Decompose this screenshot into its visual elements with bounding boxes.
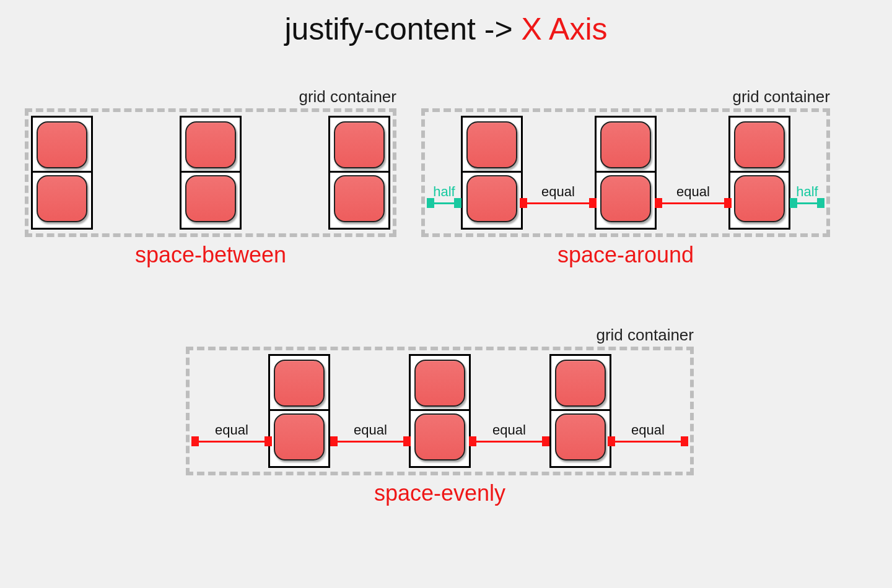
grid-column — [328, 116, 390, 230]
column-divider — [551, 409, 610, 411]
diagram-canvas: justify-content -> X Axis grid container… — [0, 0, 892, 588]
grid-cell — [555, 413, 606, 460]
grid-cell — [466, 121, 517, 168]
grid-container-evenly — [186, 347, 694, 475]
grid-cell — [734, 121, 785, 168]
container-label: grid container — [596, 326, 694, 345]
grid-cell — [185, 175, 236, 222]
panel-space-evenly: grid container equal — [186, 347, 694, 475]
grid-cell — [734, 175, 785, 222]
caption-space-between: space-between — [25, 242, 396, 268]
grid-column — [549, 354, 611, 468]
title-prefix: justify-content -> — [284, 12, 521, 46]
grid-column — [180, 116, 242, 230]
grid-cell — [414, 413, 465, 460]
grid-column — [461, 116, 523, 230]
column-divider — [597, 171, 655, 173]
column-divider — [411, 409, 469, 411]
container-label: grid container — [299, 87, 396, 106]
diagram-title: justify-content -> X Axis — [0, 11, 892, 47]
container-label: grid container — [732, 87, 830, 106]
grid-cell — [414, 360, 465, 407]
column-divider — [463, 171, 521, 173]
grid-column — [595, 116, 657, 230]
column-divider — [33, 171, 91, 173]
grid-cell — [600, 175, 651, 222]
grid-cell — [334, 121, 385, 168]
grid-column — [31, 116, 93, 230]
grid-cell — [185, 121, 236, 168]
column-divider — [181, 171, 240, 173]
grid-cell — [600, 121, 651, 168]
grid-cell — [466, 175, 517, 222]
grid-cell — [37, 121, 87, 168]
panel-space-between: grid container space-between — [25, 108, 396, 237]
grid-cell — [334, 175, 385, 222]
column-divider — [730, 171, 789, 173]
grid-cell — [37, 175, 87, 222]
grid-cell — [555, 360, 606, 407]
column-divider — [270, 409, 328, 411]
grid-cell — [274, 360, 325, 407]
panel-space-around: grid container half — [421, 108, 830, 237]
caption-space-around: space-around — [421, 242, 830, 268]
grid-column — [409, 354, 471, 468]
caption-space-evenly: space-evenly — [186, 480, 694, 506]
grid-cell — [274, 413, 325, 460]
grid-column — [728, 116, 790, 230]
grid-column — [268, 354, 330, 468]
grid-container-around — [421, 108, 830, 237]
grid-container-between — [25, 108, 396, 237]
column-divider — [330, 171, 388, 173]
title-accent: X Axis — [522, 12, 608, 46]
